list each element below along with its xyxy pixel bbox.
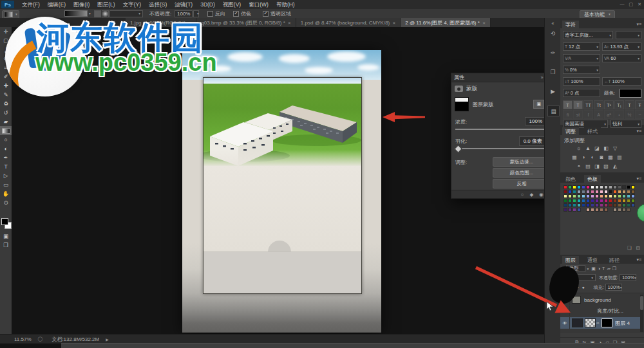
photoshop-window: Ps 文件(F)编辑(E)图像(I)图层(L)文字(Y)选择(S)滤镜(T)3D… bbox=[0, 0, 644, 348]
annotation-arrows bbox=[0, 0, 644, 348]
mouse-cursor bbox=[546, 301, 555, 311]
